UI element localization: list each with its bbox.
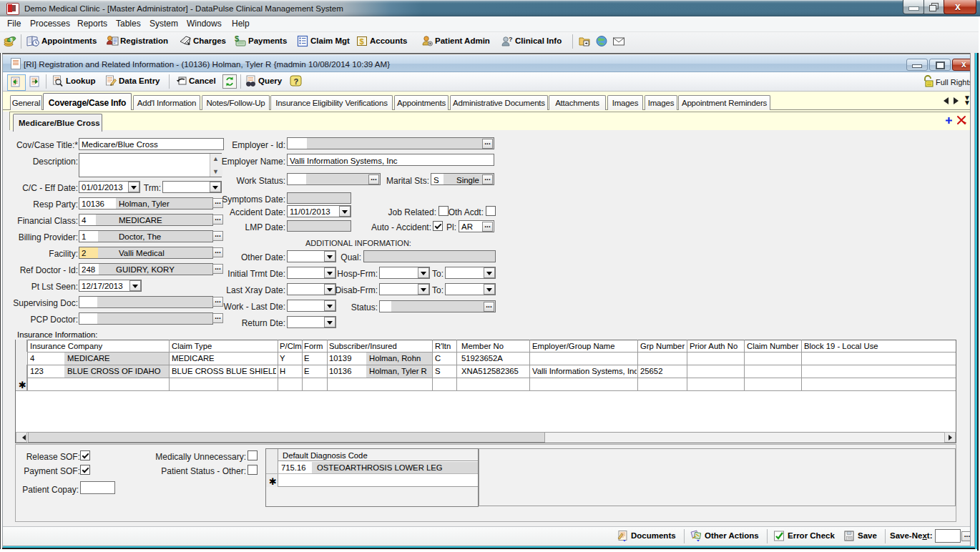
svg-text:?: ? [294, 77, 299, 86]
svg-text:?: ? [509, 36, 513, 43]
svg-text:$: $ [360, 37, 364, 46]
svg-text:$: $ [235, 35, 239, 43]
svg-text:$: $ [10, 37, 13, 43]
